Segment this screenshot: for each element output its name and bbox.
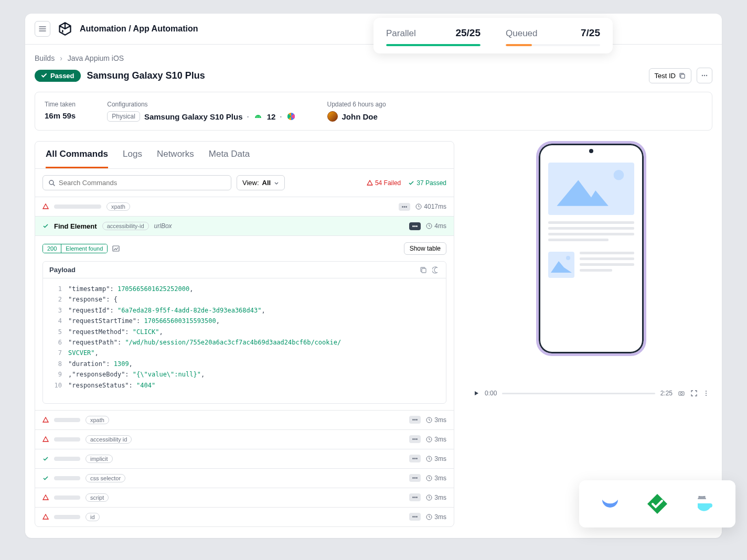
row-time: 4ms [426, 222, 446, 230]
payload-code: 1"timestamp": 1705665601625252000,2 "res… [43, 278, 446, 403]
command-row[interactable]: script •••3ms [35, 488, 454, 507]
status-queued: Queued7/25 [506, 27, 600, 46]
status-badge-label: Passed [50, 72, 74, 80]
tab-logs[interactable]: Logs [123, 149, 142, 168]
play-icon[interactable] [473, 390, 479, 396]
header-breadcrumb: Automation / App Automation [80, 24, 198, 34]
payload-card: Payload 1"timestamp": 170566560162525200… [42, 261, 446, 404]
camera-icon[interactable] [678, 390, 685, 397]
row-more-button[interactable]: ••• [409, 493, 421, 501]
command-row[interactable]: accessibility id •••3ms [35, 429, 454, 449]
tabs: All Commands Logs Networks Meta Data [35, 142, 454, 169]
color-wheel-icon [286, 112, 296, 121]
breadcrumb: Builds › Java Appium iOS [35, 54, 712, 62]
filter-row: View: All 54 Failed 37 Passed [35, 169, 454, 197]
dots-vertical-icon[interactable] [703, 390, 709, 397]
command-row-expanded[interactable]: Find Element accessibility-id urlBox •••… [35, 216, 454, 235]
copy-icon [679, 72, 686, 79]
info-updated: Updated 6 hours ago John Doe [327, 101, 386, 122]
tab-networks[interactable]: Networks [157, 149, 194, 168]
svg-rect-9 [113, 246, 119, 251]
config-label: Configurations [107, 101, 295, 108]
breadcrumb-current: Java Appium iOS [68, 54, 124, 62]
locator-pill: css selector [86, 474, 125, 482]
hamburger-button[interactable] [35, 21, 50, 37]
failed-count: 54 Failed [367, 179, 401, 187]
row-more-button[interactable]: ••• [409, 474, 421, 482]
command-row[interactable]: id •••3ms [35, 507, 454, 526]
warning-icon [42, 203, 49, 210]
check-icon [42, 456, 49, 462]
locator-pill: xpath [106, 202, 130, 211]
search-input[interactable] [42, 175, 231, 190]
moon-icon[interactable] [432, 266, 440, 274]
updated-label: Updated 6 hours ago [327, 101, 386, 108]
row-more-button[interactable]: ••• [409, 222, 421, 230]
view-label: View: [242, 179, 259, 187]
info-time-taken: Time taken 16m 59s [45, 101, 76, 122]
row-more-button[interactable]: ••• [409, 513, 421, 521]
search-icon [48, 179, 56, 187]
svg-point-18 [614, 170, 624, 180]
svg-point-24 [706, 393, 707, 394]
copy-icon[interactable] [420, 266, 427, 274]
command-row[interactable]: css selector •••3ms [35, 468, 454, 488]
framework-card [579, 480, 735, 527]
status-parallel: Parallel25/25 [386, 27, 481, 46]
svg-marker-17 [557, 180, 608, 206]
device-screen [539, 144, 644, 303]
content: Builds › Java Appium iOS Passed Samsung … [25, 45, 722, 536]
row-time: 4017ms [415, 203, 446, 210]
config-os: 12 [267, 112, 276, 121]
svg-point-3 [706, 75, 707, 76]
tab-all-commands[interactable]: All Commands [46, 149, 108, 168]
row-more-button[interactable]: ••• [409, 416, 421, 424]
svg-point-5 [259, 116, 260, 117]
search-field[interactable] [59, 179, 226, 187]
test-id-label: Test ID [655, 72, 676, 80]
fullscreen-icon[interactable] [690, 390, 698, 397]
test-id-button[interactable]: Test ID [649, 68, 691, 83]
avatar [327, 111, 338, 122]
svg-point-4 [257, 116, 258, 117]
playback-current: 0:00 [485, 390, 497, 397]
title-row: Passed Samsung Galaxy S10 Plus Test ID [35, 68, 712, 83]
check-icon [42, 223, 49, 229]
locator-pill: implicit [86, 455, 113, 463]
command-row[interactable]: implicit •••3ms [35, 449, 454, 468]
view-filter-button[interactable]: View: All [237, 175, 285, 190]
clock-icon [415, 203, 422, 210]
playback-track[interactable] [502, 393, 655, 394]
device-frame [536, 141, 646, 356]
info-card: Time taken 16m 59s Configurations Physic… [35, 92, 712, 131]
passed-count: 37 Passed [408, 179, 446, 187]
row-more-button[interactable]: ••• [409, 435, 421, 443]
check-circle-icon [408, 180, 414, 186]
locator-pill: accessibility id [86, 435, 132, 444]
screenshot-icon[interactable] [112, 244, 120, 253]
espresso-icon [692, 492, 717, 516]
clock-icon [426, 223, 432, 229]
svg-rect-10 [422, 268, 426, 273]
svg-point-20 [566, 256, 570, 260]
locator-pill: accessibility-id [102, 222, 149, 230]
warning-icon [42, 417, 49, 423]
page-title: Samsung Galaxy S10 Plus [87, 70, 205, 81]
row-more-button[interactable]: ••• [409, 455, 421, 462]
time-taken-value: 16m 59s [45, 111, 76, 120]
command-row[interactable]: xpath •••3ms [35, 410, 454, 429]
row-more-button[interactable]: ••• [399, 203, 411, 211]
warning-icon [42, 494, 49, 501]
tab-meta-data[interactable]: Meta Data [209, 149, 250, 168]
check-diamond-icon [645, 492, 669, 516]
more-button[interactable] [697, 68, 712, 83]
time-taken-label: Time taken [45, 101, 76, 108]
show-table-button[interactable]: Show table [404, 242, 446, 255]
locator-pill: xpath [86, 416, 109, 424]
command-row[interactable]: xpath ••• 4017ms [35, 197, 454, 216]
view-value: All [262, 179, 271, 187]
breadcrumb-root[interactable]: Builds [35, 54, 55, 62]
locator-pill: id [86, 513, 100, 521]
chevron-down-icon [274, 180, 279, 186]
status-badge: Passed [35, 70, 81, 82]
